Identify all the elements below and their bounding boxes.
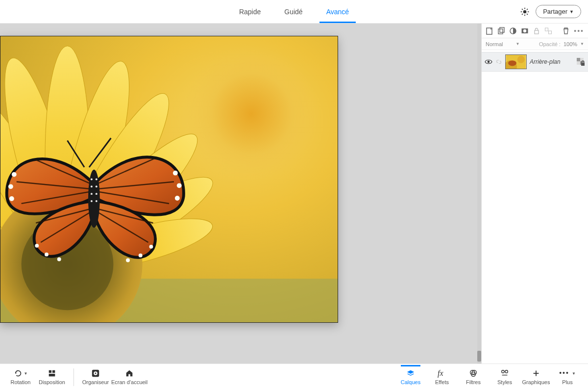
styles-label: Styles xyxy=(497,379,512,385)
svg-point-75 xyxy=(502,370,504,373)
filtres-label: Filtres xyxy=(466,379,481,385)
svg-point-32 xyxy=(35,244,39,248)
chevron-down-icon: ▼ xyxy=(24,371,28,376)
graphiques-tab[interactable]: Graphiques xyxy=(520,369,552,385)
share-button[interactable]: Partager ▼ xyxy=(536,5,581,18)
svg-point-43 xyxy=(91,193,93,195)
opacity-label: Opacité : xyxy=(539,41,561,47)
chevron-down-icon: ▼ xyxy=(515,42,519,46)
layer-options-row: Normal ▼ Opacité : 100% ▼ xyxy=(482,38,588,50)
topbar: Rapide Guidé Avancé Partager ▼ xyxy=(0,0,588,24)
svg-point-45 xyxy=(91,200,93,202)
svg-point-30 xyxy=(177,183,182,188)
chevron-down-icon: ▼ xyxy=(572,371,576,376)
mask-icon[interactable] xyxy=(521,27,529,35)
separator xyxy=(74,368,74,386)
svg-point-76 xyxy=(505,370,508,373)
svg-point-34 xyxy=(57,258,61,261)
rotate-icon xyxy=(14,369,23,378)
canvas-image xyxy=(0,36,338,322)
svg-point-31 xyxy=(175,196,180,201)
layers-panel: ••• Normal ▼ Opacité : 100% ▼ Arrière-pl… xyxy=(481,24,588,364)
duplicate-layer-icon[interactable] xyxy=(497,27,505,35)
canvas[interactable] xyxy=(0,36,338,323)
plus-icon xyxy=(532,369,540,378)
svg-rect-68 xyxy=(49,374,55,376)
svg-rect-66 xyxy=(49,370,51,373)
organiseur-button[interactable]: Organiseur xyxy=(80,369,111,385)
svg-point-44 xyxy=(96,193,98,195)
adjustment-layer-icon[interactable] xyxy=(509,27,517,35)
svg-rect-48 xyxy=(498,29,503,34)
svg-point-52 xyxy=(523,29,526,32)
home-label: Ecran d'accueil xyxy=(111,379,147,385)
svg-rect-61 xyxy=(577,58,580,61)
plus-tab[interactable]: ••• ▼ Plus xyxy=(552,369,583,385)
svg-line-6 xyxy=(527,14,528,15)
tab-avance[interactable]: Avancé xyxy=(324,1,351,23)
svg-point-35 xyxy=(149,245,153,249)
svg-rect-53 xyxy=(535,30,539,34)
opacity-value[interactable]: 100% xyxy=(564,41,577,47)
svg-rect-49 xyxy=(500,27,504,32)
svg-point-38 xyxy=(88,170,100,228)
topbar-right: Partager ▼ xyxy=(520,5,581,18)
layout-icon xyxy=(48,369,56,378)
new-layer-icon[interactable] xyxy=(486,27,493,35)
layer-row-background[interactable]: Arrière-plan xyxy=(482,52,588,72)
svg-point-11 xyxy=(184,46,319,182)
organizer-icon xyxy=(91,369,100,378)
effets-tab[interactable]: fx Effets xyxy=(426,369,458,385)
svg-rect-55 xyxy=(549,31,552,34)
disposition-button[interactable]: Disposition xyxy=(36,369,68,385)
svg-line-7 xyxy=(522,14,523,15)
workspace xyxy=(0,24,481,364)
styles-icon xyxy=(500,369,509,378)
fx-icon: fx xyxy=(438,369,446,378)
svg-rect-54 xyxy=(545,28,548,31)
plus-label: Plus xyxy=(562,379,572,385)
vertical-scrollbar[interactable] xyxy=(477,24,481,364)
svg-point-71 xyxy=(95,373,97,374)
mode-tabs: Rapide Guidé Avancé xyxy=(237,1,351,23)
filtres-tab[interactable]: Filtres xyxy=(458,369,489,385)
chevron-down-icon: ▼ xyxy=(569,9,574,14)
styles-tab[interactable]: Styles xyxy=(489,369,520,385)
rotation-button[interactable]: ▼ Rotation xyxy=(5,369,36,385)
svg-point-42 xyxy=(96,185,98,187)
svg-point-0 xyxy=(523,10,527,13)
home-button[interactable]: Ecran d'accueil xyxy=(111,369,147,385)
tab-guide[interactable]: Guidé xyxy=(282,1,304,23)
blend-mode-value: Normal xyxy=(486,41,503,47)
svg-point-27 xyxy=(8,184,13,189)
svg-point-39 xyxy=(91,179,93,181)
home-icon xyxy=(125,369,134,378)
layer-panel-toolbar: ••• xyxy=(482,24,588,38)
chevron-down-icon[interactable]: ▼ xyxy=(580,42,584,46)
layer-thumbnail[interactable] xyxy=(505,54,527,69)
share-label: Partager xyxy=(543,8,567,15)
calques-tab[interactable]: Calques xyxy=(395,369,426,385)
svg-point-60 xyxy=(508,60,516,66)
svg-rect-63 xyxy=(577,61,580,65)
bottombar: ▼ Rotation Disposition Organiseur Ecran … xyxy=(0,364,588,390)
layer-lock-icon xyxy=(576,57,585,66)
trash-icon[interactable] xyxy=(562,27,570,35)
more-icon: ••• xyxy=(559,369,569,378)
blend-mode-select[interactable]: Normal ▼ xyxy=(486,41,519,47)
layer-name: Arrière-plan xyxy=(530,58,573,65)
link-icon xyxy=(495,58,502,65)
svg-point-33 xyxy=(45,253,49,257)
svg-point-29 xyxy=(173,171,178,176)
svg-point-40 xyxy=(96,179,98,181)
organiseur-label: Organiseur xyxy=(82,379,109,385)
tab-rapide[interactable]: Rapide xyxy=(237,1,263,23)
rotation-label: Rotation xyxy=(11,379,31,385)
svg-point-46 xyxy=(96,200,98,202)
svg-point-41 xyxy=(91,185,93,187)
scrollbar-thumb[interactable] xyxy=(477,351,481,362)
brightness-icon[interactable] xyxy=(520,7,530,17)
visibility-icon[interactable] xyxy=(485,58,492,66)
panel-menu-icon[interactable]: ••• xyxy=(574,27,584,35)
lock-layer-icon xyxy=(533,27,540,35)
